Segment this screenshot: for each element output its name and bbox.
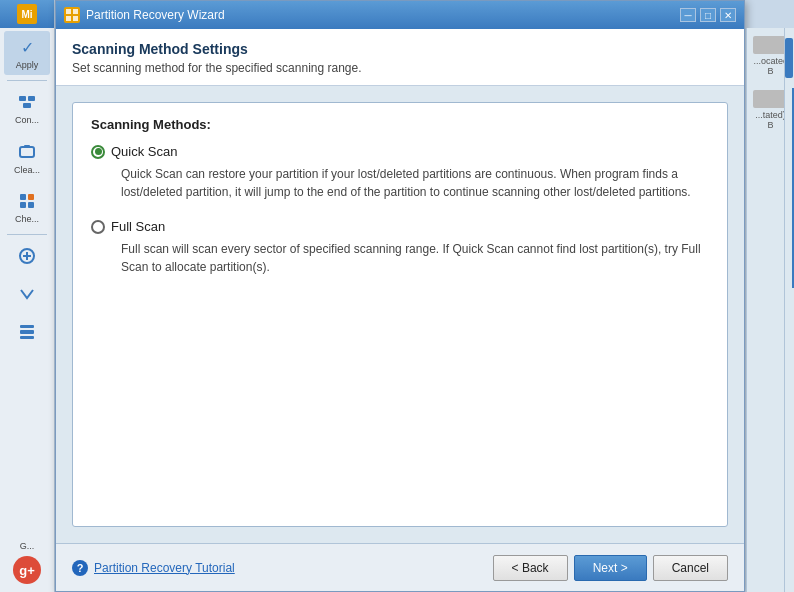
clean-icon bbox=[15, 140, 39, 164]
full-scan-radio[interactable] bbox=[91, 220, 105, 234]
full-scan-label-text: Full Scan bbox=[111, 219, 165, 234]
sidebar-item-check[interactable]: Che... bbox=[4, 185, 50, 229]
full-scan-option: Full Scan Full scan will scan every sect… bbox=[91, 219, 709, 276]
con-icon bbox=[15, 90, 39, 114]
svg-rect-4 bbox=[24, 145, 30, 148]
scan-methods-box: Scanning Methods: Quick Scan Quick Scan … bbox=[72, 102, 728, 527]
svg-rect-12 bbox=[20, 330, 34, 334]
extra2-icon bbox=[15, 282, 39, 306]
tutorial-link-text: Partition Recovery Tutorial bbox=[94, 561, 235, 575]
restore-button[interactable]: □ bbox=[700, 8, 716, 22]
sidebar-item-clean-label: Clea... bbox=[14, 165, 40, 176]
svg-rect-0 bbox=[19, 96, 26, 101]
scrollbar-thumb[interactable] bbox=[785, 38, 793, 78]
right-panel: ...ocatec B ...tated) B bbox=[746, 28, 794, 592]
close-button[interactable]: ✕ bbox=[720, 8, 736, 22]
full-scan-description: Full scan will scan every sector of spec… bbox=[91, 240, 709, 276]
footer-buttons: < Back Next > Cancel bbox=[493, 555, 728, 581]
scrollbar-track[interactable] bbox=[784, 28, 792, 592]
extra3-icon bbox=[15, 320, 39, 344]
sidebar-item-apply[interactable]: ✓ Apply bbox=[4, 31, 50, 75]
quick-scan-option: Quick Scan Quick Scan can restore your p… bbox=[91, 144, 709, 201]
full-scan-label[interactable]: Full Scan bbox=[91, 219, 709, 234]
dialog-header: Scanning Method Settings Set scanning me… bbox=[56, 29, 744, 86]
svg-rect-13 bbox=[20, 325, 34, 328]
google-plus-button[interactable]: g+ bbox=[13, 556, 41, 584]
sidebar-item-extra3[interactable] bbox=[4, 316, 50, 348]
quick-scan-label-text: Quick Scan bbox=[111, 144, 177, 159]
quick-scan-label[interactable]: Quick Scan bbox=[91, 144, 709, 159]
quick-scan-radio[interactable] bbox=[91, 145, 105, 159]
cancel-button[interactable]: Cancel bbox=[653, 555, 728, 581]
title-bar: Partition Recovery Wizard ─ □ ✕ bbox=[56, 1, 744, 29]
sidebar-item-extra2[interactable] bbox=[4, 278, 50, 310]
sidebar-item-con-label: Con... bbox=[15, 115, 39, 126]
title-bar-text: Partition Recovery Wizard bbox=[86, 8, 674, 22]
sidebar-gplus-area: G... g+ bbox=[13, 540, 41, 584]
left-sidebar: Mi ✓ Apply Con... Clea... Che... bbox=[0, 0, 55, 592]
svg-rect-17 bbox=[66, 16, 71, 21]
sidebar-divider-2 bbox=[7, 234, 47, 235]
sidebar-item-apply-label: Apply bbox=[16, 60, 39, 71]
svg-rect-6 bbox=[28, 194, 34, 200]
svg-rect-15 bbox=[66, 9, 71, 14]
check-icon bbox=[15, 189, 39, 213]
svg-rect-5 bbox=[20, 194, 26, 200]
sidebar-g-label: G... bbox=[13, 541, 41, 552]
sidebar-item-con[interactable]: Con... bbox=[4, 86, 50, 130]
dialog-footer: ? Partition Recovery Tutorial < Back Nex… bbox=[56, 543, 744, 591]
svg-rect-1 bbox=[28, 96, 35, 101]
sidebar-item-clean[interactable]: Clea... bbox=[4, 136, 50, 180]
quick-scan-description: Quick Scan can restore your partition if… bbox=[91, 165, 709, 201]
help-icon: ? bbox=[72, 560, 88, 576]
extra1-icon bbox=[15, 244, 39, 268]
sidebar-top: Mi bbox=[0, 0, 54, 28]
sidebar-item-extra1[interactable] bbox=[4, 240, 50, 272]
next-button[interactable]: Next > bbox=[574, 555, 647, 581]
dialog-window: Partition Recovery Wizard ─ □ ✕ Scanning… bbox=[55, 0, 745, 592]
minimize-button[interactable]: ─ bbox=[680, 8, 696, 22]
dialog-subtitle: Set scanning method for the specified sc… bbox=[72, 61, 728, 75]
svg-rect-8 bbox=[28, 202, 34, 208]
scan-methods-title: Scanning Methods: bbox=[91, 117, 709, 132]
title-bar-icon bbox=[64, 7, 80, 23]
dialog-content: Scanning Methods: Quick Scan Quick Scan … bbox=[56, 86, 744, 543]
svg-rect-14 bbox=[20, 336, 34, 339]
apply-icon: ✓ bbox=[15, 35, 39, 59]
svg-rect-18 bbox=[73, 16, 78, 21]
svg-rect-7 bbox=[20, 202, 26, 208]
dialog-title: Scanning Method Settings bbox=[72, 41, 728, 57]
tutorial-link[interactable]: ? Partition Recovery Tutorial bbox=[72, 560, 235, 576]
app-icon: Mi bbox=[17, 4, 37, 24]
svg-rect-16 bbox=[73, 9, 78, 14]
back-button[interactable]: < Back bbox=[493, 555, 568, 581]
svg-rect-2 bbox=[23, 103, 31, 108]
sidebar-item-check-label: Che... bbox=[15, 214, 39, 225]
sidebar-divider-1 bbox=[7, 80, 47, 81]
title-bar-buttons: ─ □ ✕ bbox=[680, 8, 736, 22]
svg-rect-3 bbox=[20, 147, 34, 157]
